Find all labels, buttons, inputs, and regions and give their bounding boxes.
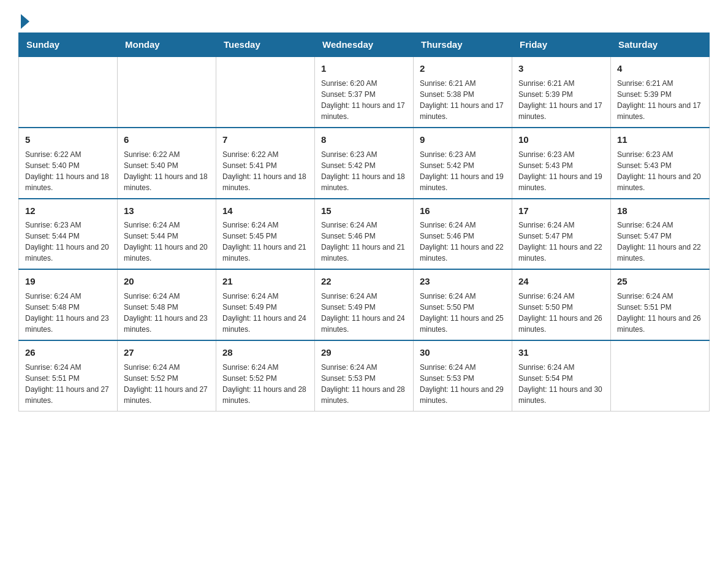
- day-number: 4: [617, 62, 703, 75]
- day-info: Sunrise: 6:24 AM Sunset: 5:50 PM Dayligh…: [420, 291, 506, 335]
- calendar-cell: 8Sunrise: 6:23 AM Sunset: 5:42 PM Daylig…: [315, 128, 414, 199]
- day-number: 27: [124, 346, 210, 359]
- calendar-cell: 15Sunrise: 6:24 AM Sunset: 5:46 PM Dayli…: [315, 199, 414, 270]
- calendar-header-monday: Monday: [118, 33, 216, 57]
- day-info: Sunrise: 6:24 AM Sunset: 5:47 PM Dayligh…: [518, 220, 604, 264]
- day-number: 28: [222, 346, 308, 359]
- calendar-cell: 9Sunrise: 6:23 AM Sunset: 5:42 PM Daylig…: [414, 128, 512, 199]
- day-number: 20: [124, 275, 210, 288]
- day-info: Sunrise: 6:23 AM Sunset: 5:42 PM Dayligh…: [321, 149, 407, 193]
- calendar-cell: 10Sunrise: 6:23 AM Sunset: 5:43 PM Dayli…: [512, 128, 611, 199]
- day-info: Sunrise: 6:24 AM Sunset: 5:54 PM Dayligh…: [518, 362, 604, 406]
- day-number: 21: [222, 275, 308, 288]
- calendar-cell: 17Sunrise: 6:24 AM Sunset: 5:47 PM Dayli…: [512, 199, 611, 270]
- calendar-cell: 19Sunrise: 6:24 AM Sunset: 5:48 PM Dayli…: [19, 269, 118, 340]
- calendar-cell: 21Sunrise: 6:24 AM Sunset: 5:49 PM Dayli…: [216, 269, 315, 340]
- calendar-cell: 4Sunrise: 6:21 AM Sunset: 5:39 PM Daylig…: [611, 56, 710, 128]
- calendar-table: SundayMondayTuesdayWednesdayThursdayFrid…: [18, 33, 710, 412]
- day-info: Sunrise: 6:22 AM Sunset: 5:40 PM Dayligh…: [124, 149, 210, 193]
- day-info: Sunrise: 6:24 AM Sunset: 5:51 PM Dayligh…: [25, 362, 111, 406]
- day-number: 13: [124, 204, 210, 218]
- day-info: Sunrise: 6:23 AM Sunset: 5:44 PM Dayligh…: [25, 220, 111, 264]
- calendar-cell: [216, 56, 315, 128]
- day-info: Sunrise: 6:22 AM Sunset: 5:40 PM Dayligh…: [25, 149, 111, 193]
- calendar-cell: 13Sunrise: 6:24 AM Sunset: 5:44 PM Dayli…: [118, 199, 216, 270]
- calendar-cell: 29Sunrise: 6:24 AM Sunset: 5:53 PM Dayli…: [315, 340, 414, 411]
- calendar-cell: 20Sunrise: 6:24 AM Sunset: 5:48 PM Dayli…: [118, 269, 216, 340]
- day-number: 22: [321, 275, 407, 288]
- day-number: 24: [518, 275, 604, 288]
- calendar-cell: [611, 340, 710, 411]
- calendar-header-tuesday: Tuesday: [216, 33, 315, 57]
- calendar-cell: 23Sunrise: 6:24 AM Sunset: 5:50 PM Dayli…: [414, 269, 512, 340]
- calendar-cell: [118, 56, 216, 128]
- calendar-cell: 24Sunrise: 6:24 AM Sunset: 5:50 PM Dayli…: [512, 269, 611, 340]
- day-info: Sunrise: 6:24 AM Sunset: 5:45 PM Dayligh…: [222, 220, 308, 264]
- day-info: Sunrise: 6:24 AM Sunset: 5:52 PM Dayligh…: [124, 362, 210, 406]
- calendar-header-wednesday: Wednesday: [315, 33, 414, 57]
- day-number: 8: [321, 133, 407, 147]
- day-info: Sunrise: 6:21 AM Sunset: 5:39 PM Dayligh…: [518, 78, 604, 122]
- day-number: 12: [25, 204, 111, 218]
- calendar-header-saturday: Saturday: [611, 33, 710, 57]
- day-number: 26: [25, 346, 111, 359]
- calendar-cell: 27Sunrise: 6:24 AM Sunset: 5:52 PM Dayli…: [118, 340, 216, 411]
- day-info: Sunrise: 6:24 AM Sunset: 5:51 PM Dayligh…: [617, 291, 703, 335]
- day-number: 31: [518, 346, 604, 359]
- calendar-header-row: SundayMondayTuesdayWednesdayThursdayFrid…: [19, 33, 710, 57]
- day-info: Sunrise: 6:23 AM Sunset: 5:42 PM Dayligh…: [420, 149, 506, 193]
- day-info: Sunrise: 6:24 AM Sunset: 5:49 PM Dayligh…: [321, 291, 407, 335]
- logo-arrow-icon: [21, 14, 29, 29]
- calendar-week-2: 5Sunrise: 6:22 AM Sunset: 5:40 PM Daylig…: [19, 128, 710, 199]
- calendar-header-friday: Friday: [512, 33, 611, 57]
- day-number: 23: [420, 275, 506, 288]
- day-info: Sunrise: 6:20 AM Sunset: 5:37 PM Dayligh…: [321, 78, 407, 122]
- calendar-cell: 18Sunrise: 6:24 AM Sunset: 5:47 PM Dayli…: [611, 199, 710, 270]
- day-number: 10: [518, 133, 604, 147]
- day-info: Sunrise: 6:24 AM Sunset: 5:53 PM Dayligh…: [321, 362, 407, 406]
- calendar-header-thursday: Thursday: [414, 33, 512, 57]
- logo: [18, 12, 29, 26]
- day-number: 5: [25, 133, 111, 147]
- day-number: 17: [518, 204, 604, 218]
- day-info: Sunrise: 6:24 AM Sunset: 5:46 PM Dayligh…: [420, 220, 506, 264]
- day-number: 29: [321, 346, 407, 359]
- calendar-week-4: 19Sunrise: 6:24 AM Sunset: 5:48 PM Dayli…: [19, 269, 710, 340]
- day-info: Sunrise: 6:24 AM Sunset: 5:44 PM Dayligh…: [124, 220, 210, 264]
- day-number: 16: [420, 204, 506, 218]
- day-number: 14: [222, 204, 308, 218]
- day-number: 15: [321, 204, 407, 218]
- calendar-cell: 3Sunrise: 6:21 AM Sunset: 5:39 PM Daylig…: [512, 56, 611, 128]
- day-number: 18: [617, 204, 703, 218]
- calendar-cell: 25Sunrise: 6:24 AM Sunset: 5:51 PM Dayli…: [611, 269, 710, 340]
- day-number: 2: [420, 62, 506, 75]
- calendar-cell: 12Sunrise: 6:23 AM Sunset: 5:44 PM Dayli…: [19, 199, 118, 270]
- calendar-week-3: 12Sunrise: 6:23 AM Sunset: 5:44 PM Dayli…: [19, 199, 710, 270]
- day-info: Sunrise: 6:24 AM Sunset: 5:48 PM Dayligh…: [124, 291, 210, 335]
- calendar-week-1: 1Sunrise: 6:20 AM Sunset: 5:37 PM Daylig…: [19, 56, 710, 128]
- calendar-cell: 5Sunrise: 6:22 AM Sunset: 5:40 PM Daylig…: [19, 128, 118, 199]
- calendar-cell: 1Sunrise: 6:20 AM Sunset: 5:37 PM Daylig…: [315, 56, 414, 128]
- day-number: 25: [617, 275, 703, 288]
- calendar-cell: 16Sunrise: 6:24 AM Sunset: 5:46 PM Dayli…: [414, 199, 512, 270]
- day-number: 1: [321, 62, 407, 75]
- page-header: [18, 12, 710, 26]
- day-info: Sunrise: 6:24 AM Sunset: 5:52 PM Dayligh…: [222, 362, 308, 406]
- calendar-cell: 30Sunrise: 6:24 AM Sunset: 5:53 PM Dayli…: [414, 340, 512, 411]
- calendar-header-sunday: Sunday: [19, 33, 118, 57]
- calendar-cell: 11Sunrise: 6:23 AM Sunset: 5:43 PM Dayli…: [611, 128, 710, 199]
- day-info: Sunrise: 6:22 AM Sunset: 5:41 PM Dayligh…: [222, 149, 308, 193]
- day-number: 6: [124, 133, 210, 147]
- day-info: Sunrise: 6:24 AM Sunset: 5:47 PM Dayligh…: [617, 220, 703, 264]
- calendar-cell: [19, 56, 118, 128]
- day-number: 9: [420, 133, 506, 147]
- day-number: 3: [518, 62, 604, 75]
- day-number: 7: [222, 133, 308, 147]
- day-info: Sunrise: 6:24 AM Sunset: 5:46 PM Dayligh…: [321, 220, 407, 264]
- day-info: Sunrise: 6:24 AM Sunset: 5:50 PM Dayligh…: [518, 291, 604, 335]
- day-info: Sunrise: 6:21 AM Sunset: 5:39 PM Dayligh…: [617, 78, 703, 122]
- day-number: 11: [617, 133, 703, 147]
- day-info: Sunrise: 6:24 AM Sunset: 5:53 PM Dayligh…: [420, 362, 506, 406]
- calendar-cell: 26Sunrise: 6:24 AM Sunset: 5:51 PM Dayli…: [19, 340, 118, 411]
- day-number: 19: [25, 275, 111, 288]
